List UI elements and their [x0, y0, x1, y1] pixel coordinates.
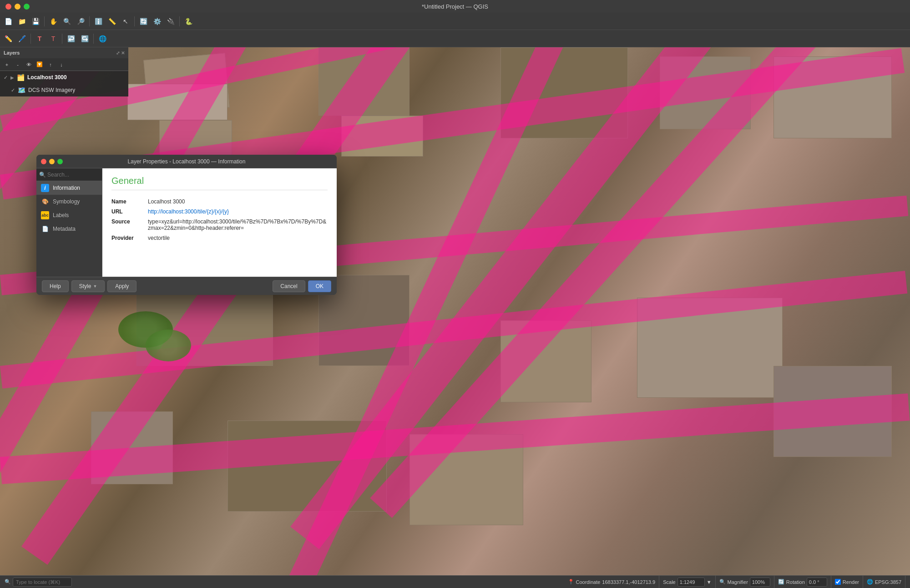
layers-add-btn[interactable]: + [2, 60, 12, 70]
apply-button[interactable]: Apply [107, 280, 136, 292]
map-background[interactable] [0, 47, 910, 575]
select-btn[interactable]: ↖ [119, 15, 132, 28]
dialog-min-btn[interactable] [49, 159, 55, 164]
layer-check: ✓ [4, 75, 8, 81]
status-search-area: 🔍 [5, 578, 77, 587]
rotation-label: Rotation [786, 579, 805, 585]
ok-button[interactable]: OK [308, 280, 331, 292]
info-row-source: Source type=xyz&url=http://localhost:300… [111, 217, 328, 233]
locate-input[interactable] [13, 578, 72, 587]
layers-down-btn[interactable]: ↓ [56, 60, 66, 70]
layer-name: Localhost 3000 [27, 74, 67, 81]
identify-btn[interactable]: ℹ️ [92, 15, 105, 28]
separator-2 [89, 16, 90, 26]
edit-btn[interactable]: ✏️ [2, 32, 15, 45]
section-title: General [111, 176, 328, 186]
toolbar-row-2: ✏️ 🖊️ T T ↩️ ↪️ 🌐 [0, 30, 910, 47]
expand-icon: ▶ [10, 75, 14, 80]
nav-sym-icon: 🎨 [41, 198, 49, 206]
dialog-close-btn[interactable] [41, 159, 46, 164]
layers-header: Layers ⤢ ✕ [0, 47, 128, 58]
save-project-btn[interactable]: 💾 [29, 15, 42, 28]
label2-btn[interactable]: T [47, 32, 60, 45]
zoom-out-btn[interactable]: 🔎 [74, 15, 87, 28]
new-project-btn[interactable]: 📄 [2, 15, 15, 28]
help-button[interactable]: Help [42, 280, 69, 292]
nav-item-information[interactable]: i Information [36, 181, 102, 195]
render-label: Render [843, 579, 859, 585]
python-btn[interactable]: 🐍 [182, 15, 195, 28]
dialog-body: 🔍 i Information 🎨 Symbology abc Labels 📄 [36, 168, 337, 277]
nav-item-metadata[interactable]: 📄 Metadata [36, 222, 102, 236]
scale-input[interactable] [677, 578, 705, 587]
field-label-source: Source [111, 217, 148, 233]
style-button[interactable]: Style ▼ [71, 280, 105, 292]
render-item: Render [831, 576, 863, 588]
web-btn[interactable]: 🌐 [96, 32, 109, 45]
layer-item-localhost[interactable]: ✓ ▶ 🗂️ Localhost 3000 [0, 71, 128, 84]
layers-eye-btn[interactable]: 👁 [24, 60, 34, 70]
layer-check-2: ✓ [11, 87, 15, 93]
layer-properties-dialog[interactable]: Layer Properties - Localhost 3000 — Info… [36, 155, 337, 295]
nav-item-symbology[interactable]: 🎨 Symbology [36, 195, 102, 208]
layers-panel: Layers ⤢ ✕ + - 👁 🔽 ↑ ↓ ✓ ▶ 🗂️ Localhost … [0, 47, 128, 96]
traffic-lights [5, 4, 30, 10]
nav-sym-label: Symbology [53, 198, 80, 205]
nav-labels-icon: abc [41, 211, 49, 219]
style-label: Style [79, 283, 91, 289]
nav-item-labels[interactable]: abc Labels [36, 208, 102, 222]
info-row-url: URL http://localhost:3000/tile/{z}/{x}/{… [111, 207, 328, 217]
crs-icon: 🌐 [867, 579, 873, 585]
nav-info-icon: i [41, 184, 49, 192]
dialog-search-wrap: 🔍 [36, 168, 102, 181]
redo-btn[interactable]: ↪️ [78, 32, 91, 45]
zoom-in-btn[interactable]: 🔍 [61, 15, 73, 28]
epsg-value: EPSG:3857 [875, 579, 901, 585]
layers-filter-btn[interactable]: 🔽 [35, 60, 45, 70]
settings-btn[interactable]: ⚙️ [151, 15, 163, 28]
dialog-sidebar: 🔍 i Information 🎨 Symbology abc Labels 📄 [36, 168, 102, 277]
rotation-input-status[interactable] [807, 578, 827, 587]
measure-btn[interactable]: 📏 [106, 15, 118, 28]
open-project-btn[interactable]: 📁 [15, 15, 28, 28]
coordinate-value: 16833377.1,-4012713.9 [602, 579, 655, 585]
map-canvas: Layers ⤢ ✕ + - 👁 🔽 ↑ ↓ ✓ ▶ 🗂️ Localhost … [0, 47, 910, 575]
layers-remove-btn[interactable]: - [13, 60, 23, 70]
separator-6 [62, 34, 62, 44]
dialog-max-btn[interactable] [57, 159, 63, 164]
layer-item-dcs[interactable]: ✓ 🗺️ DCS NSW Imagery [0, 84, 128, 96]
close-button[interactable] [5, 4, 11, 10]
dialog-search-input[interactable] [36, 168, 102, 181]
pan-btn[interactable]: ✋ [47, 15, 60, 28]
separator-1 [44, 16, 45, 26]
title-bar: *Untitled Project — QGIS [0, 0, 910, 13]
scale-arrow-icon: ▼ [707, 579, 712, 585]
rotation-item: 🔄 Rotation [774, 576, 831, 588]
separator-5 [30, 34, 31, 44]
undo-btn[interactable]: ↩️ [65, 32, 77, 45]
nav-info-label: Information [53, 185, 80, 191]
layers-up-btn[interactable]: ↑ [46, 60, 56, 70]
refresh-btn[interactable]: 🔄 [137, 15, 150, 28]
scale-label: Scale [663, 579, 676, 585]
magnifier-item: 🔍 Magnifier [716, 576, 774, 588]
minimize-button[interactable] [15, 4, 20, 10]
maximize-button[interactable] [24, 4, 30, 10]
layers-title: Layers [4, 50, 20, 56]
label-btn[interactable]: T [33, 32, 46, 45]
layer-name-2: DCS NSW Imagery [28, 87, 75, 93]
digitize-btn[interactable]: 🖊️ [15, 32, 28, 45]
render-checkbox[interactable] [835, 579, 841, 585]
field-label-name: Name [111, 197, 148, 207]
field-value-provider: vectortile [148, 233, 328, 243]
cancel-button[interactable]: Cancel [273, 280, 305, 292]
separator-7 [93, 34, 94, 44]
magnifier-input[interactable] [750, 578, 770, 587]
nav-meta-label: Metadata [53, 226, 76, 232]
info-row-name: Name Localhost 3000 [111, 197, 328, 207]
plugins-btn[interactable]: 🔌 [164, 15, 177, 28]
epsg-item[interactable]: 🌐 EPSG:3857 [863, 576, 905, 588]
separator-3 [134, 16, 135, 26]
coordinate-item: 📍 Coordinate 16833377.1,-4012713.9 [564, 576, 660, 588]
url-link[interactable]: http://localhost:3000/tile/{z}/{x}/{y} [148, 208, 229, 215]
